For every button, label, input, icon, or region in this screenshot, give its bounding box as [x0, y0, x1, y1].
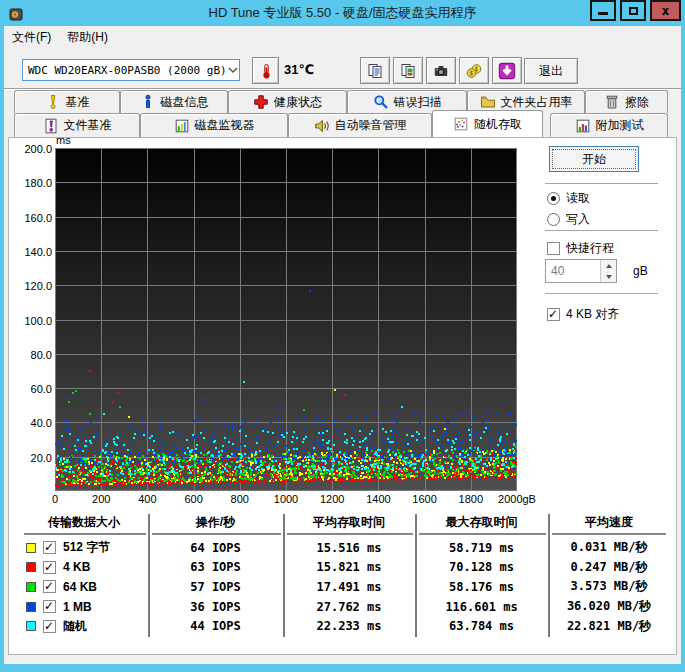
tab-health[interactable]: 健康状态 [228, 90, 347, 113]
write-option[interactable]: 写入 [547, 211, 590, 228]
thermometer-icon [258, 63, 274, 79]
tab-auto-acoustic[interactable]: 自动噪音管理 [288, 113, 432, 137]
table-row: 64 KB 57 IOPS 17.491 ms 58.176 ms 3.573 … [20, 577, 670, 597]
iops-value: 64 IOPS [148, 541, 283, 555]
header-underline [419, 533, 546, 535]
series-checkbox[interactable] [43, 620, 56, 633]
tab-erase[interactable]: 擦除 [585, 90, 668, 113]
start-button[interactable]: 开始 [549, 146, 639, 172]
series-label: 随机 [63, 618, 87, 635]
max-access-value: 116.601 ms [415, 600, 548, 614]
exit-button[interactable]: 退出 [524, 58, 578, 84]
y-axis-ticks: 200.0180.0160.0140.0120.0100.080.060.040… [10, 148, 52, 491]
series-color-swatch [26, 621, 36, 631]
tab-disk-info[interactable]: 磁盘信息 [120, 90, 228, 113]
avg-access-value: 27.762 ms [283, 600, 415, 614]
spin-up-button[interactable] [601, 260, 616, 271]
short-stroke-size-field[interactable]: 40 [545, 259, 617, 283]
series-checkbox[interactable] [43, 600, 56, 613]
magnifier-icon [373, 94, 389, 110]
tab-label: 随机存取 [474, 116, 522, 133]
series-checkbox[interactable] [43, 541, 56, 554]
temperature-button[interactable] [252, 57, 279, 84]
toolbar: WDC WD20EARX-00PASB0 (2000 gB) 31℃ 退出 [4, 48, 681, 88]
max-access-value: 70.128 ms [415, 560, 548, 574]
x-tick-label: 1800 [459, 493, 483, 505]
header-underline [24, 533, 146, 535]
file-exclamation-icon [43, 118, 59, 134]
start-button-label: 开始 [582, 151, 606, 168]
avg-access-value: 22.233 ms [283, 619, 415, 633]
menu-help[interactable]: 帮助(H) [59, 26, 116, 48]
y-tick-label: 140.0 [24, 246, 52, 258]
maximize-button[interactable] [620, 0, 646, 21]
series-color-swatch [26, 562, 36, 572]
minimize-button[interactable] [590, 0, 616, 21]
drive-select[interactable]: WDC WD20EARX-00PASB0 (2000 gB) [22, 59, 240, 81]
scatter-canvas [55, 148, 517, 491]
download-arrow-icon [498, 62, 516, 80]
tab-label: 错误扫描 [394, 94, 442, 111]
x-tick-label: 1600 [412, 493, 436, 505]
x-tick-label: 600 [184, 493, 202, 505]
series-checkbox[interactable] [43, 561, 56, 574]
tab-row-2: 文件基准 磁盘监视器 自动噪音管理 随机存取 附加测试 [14, 113, 668, 137]
tab-label: 自动噪音管理 [335, 117, 407, 134]
read-radio[interactable] [547, 192, 560, 205]
tab-file-benchmark[interactable]: 文件基准 [14, 113, 140, 137]
short-stroke-checkbox[interactable] [547, 242, 560, 255]
short-stroke-size-value[interactable]: 40 [546, 260, 600, 282]
tab-extra-tests[interactable]: 附加测试 [550, 113, 668, 137]
read-label: 读取 [566, 190, 590, 207]
x-tick-label: 0 [52, 493, 58, 505]
y-tick-label: 180.0 [24, 177, 52, 189]
x-tick-label: 1000 [274, 493, 298, 505]
avg-speed-value: 3.573 MB/秒 [548, 578, 670, 595]
read-option[interactable]: 读取 [547, 190, 590, 207]
scatter-dots-icon [453, 116, 469, 132]
col-avg-access: 平均存取时间 [283, 514, 415, 531]
speaker-icon [314, 118, 330, 134]
spin-down-button[interactable] [601, 271, 616, 282]
donate-button[interactable] [459, 57, 489, 84]
update-button[interactable] [492, 57, 522, 84]
short-stroke-unit: gB [633, 264, 648, 278]
coins-icon [466, 63, 482, 79]
x-tick-label: 1200 [320, 493, 344, 505]
y-tick-label: 60.0 [31, 383, 52, 395]
tab-random-access[interactable]: 随机存取 [432, 110, 543, 137]
series-label: 1 MB [63, 600, 92, 614]
write-radio[interactable] [547, 213, 560, 226]
separator [545, 293, 658, 295]
short-stroke-option[interactable]: 快捷行程 [547, 240, 614, 257]
screenshot-button[interactable] [426, 57, 456, 84]
series-color-swatch [26, 582, 36, 592]
temperature-value: 31℃ [284, 62, 314, 77]
write-label: 写入 [566, 211, 590, 228]
copy-text-button[interactable] [360, 57, 390, 84]
results-table: 512 字节 64 IOPS 15.516 ms 58.719 ms 0.031… [20, 538, 670, 636]
avg-speed-value: 22.821 MB/秒 [548, 618, 670, 635]
header-underline [552, 533, 666, 535]
tab-disk-monitor[interactable]: 磁盘监视器 [140, 113, 288, 137]
trash-icon [604, 94, 620, 110]
spin-down-icon [606, 275, 612, 279]
align-option[interactable]: 4 KB 对齐 [547, 306, 619, 323]
align-label: 4 KB 对齐 [566, 306, 619, 323]
col-iops: 操作/秒 [148, 514, 283, 531]
align-checkbox[interactable] [547, 308, 560, 321]
series-checkbox[interactable] [43, 580, 56, 593]
minimize-icon [598, 12, 608, 15]
menu-file[interactable]: 文件(F) [4, 26, 59, 48]
window-title: HD Tune 专业版 5.50 - 硬盘/固态硬盘实用程序 [209, 5, 477, 20]
header-underline [152, 533, 281, 535]
tab-benchmark[interactable]: 基准 [14, 90, 120, 113]
copy-image-button[interactable] [393, 57, 423, 84]
y-tick-label: 120.0 [24, 280, 52, 292]
hd-tune-window: HD Tune 专业版 5.50 - 硬盘/固态硬盘实用程序 x 文件(F) 帮… [0, 0, 685, 672]
table-row: 随机 44 IOPS 22.233 ms 63.784 ms 22.821 MB… [20, 616, 670, 636]
spinner [600, 260, 616, 282]
close-button[interactable]: x [650, 0, 681, 21]
tab-row-1: 基准 磁盘信息 健康状态 错误扫描 文件夹占用率 擦除 [14, 90, 668, 113]
y-tick-label: 80.0 [31, 349, 52, 361]
